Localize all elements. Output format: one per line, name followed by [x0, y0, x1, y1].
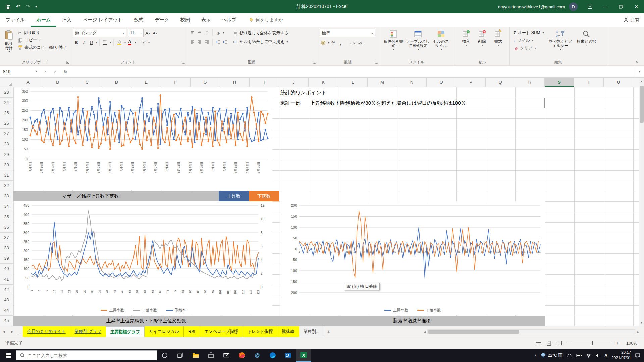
tab-formulas[interactable]: 数式: [128, 13, 149, 27]
row-header-28[interactable]: 28: [0, 139, 13, 149]
sheet-tab-main-indicators[interactable]: 主要指標グラフ: [106, 326, 145, 337]
row-header-30[interactable]: 30: [0, 160, 13, 170]
wrap-text-button[interactable]: 折り返して全体を表示する: [232, 30, 289, 36]
fill-button[interactable]: ↓フィル▾: [513, 37, 545, 44]
copy-button[interactable]: コピー▾: [17, 37, 67, 43]
redo-icon[interactable]: ↷: [26, 4, 30, 10]
row-header-45[interactable]: 45: [0, 316, 13, 326]
tab-home[interactable]: ホーム: [31, 13, 56, 27]
hscroll-right-icon[interactable]: ▸: [637, 330, 639, 334]
task-view-icon[interactable]: [172, 349, 188, 362]
fill-color-button[interactable]: [116, 39, 123, 46]
align-top-icon[interactable]: [189, 29, 196, 36]
row-header-32[interactable]: 32: [0, 181, 13, 191]
zoom-in-icon[interactable]: +: [616, 340, 619, 346]
align-middle-icon[interactable]: [196, 29, 203, 36]
column-header-s[interactable]: S: [545, 78, 574, 87]
sheet-tab-trend[interactable]: トレンド指標: [243, 326, 277, 337]
zoom-slider[interactable]: [574, 340, 611, 346]
column-header-partial[interactable]: [633, 78, 639, 87]
clear-button[interactable]: クリア▾: [513, 45, 545, 51]
taskbar-clock[interactable]: 20:17 2021/07/01: [611, 350, 631, 360]
collapse-ribbon-icon[interactable]: ∧: [636, 60, 638, 63]
column-header-l[interactable]: L: [338, 78, 368, 87]
decrease-decimal-button[interactable]: .00→: [357, 39, 366, 46]
formula-bar-expand-icon[interactable]: ▾: [635, 66, 644, 77]
chart-advance-decline-change[interactable]: -200-150-100-500501001502001591317212529…: [280, 201, 545, 315]
increase-font-size-button[interactable]: A▴: [144, 29, 151, 37]
increase-indent-icon[interactable]: [222, 38, 229, 46]
page-break-view-icon[interactable]: [556, 340, 562, 346]
currency-format-button[interactable]: ¥: [320, 39, 327, 46]
conditional-formatting-button[interactable]: 条件付き書式▾: [382, 29, 405, 52]
row-header-27[interactable]: 27: [0, 129, 13, 139]
tab-help[interactable]: ヘルプ: [216, 13, 242, 27]
cancel-icon[interactable]: ×: [40, 66, 50, 77]
firefox-icon[interactable]: [234, 349, 250, 362]
share-button[interactable]: 共有: [624, 13, 639, 27]
close-button[interactable]: ×: [629, 0, 644, 13]
name-box[interactable]: S10▾: [0, 66, 40, 77]
sheet-tab-psychological[interactable]: サイコロジカル: [145, 326, 184, 337]
row-header-34[interactable]: 34: [0, 201, 13, 212]
chart-mothers-advance-decline[interactable]: 0501001502002503003502月9日2月16日2月23日3月2日3…: [14, 88, 272, 190]
column-header-o[interactable]: O: [427, 78, 456, 87]
row-header-40[interactable]: 40: [0, 264, 13, 274]
formula-input[interactable]: [70, 66, 635, 77]
tab-data[interactable]: データ: [149, 13, 175, 27]
row-header-33[interactable]: 33: [0, 191, 13, 201]
format-painter-button[interactable]: 書式のコピー/貼り付け: [17, 44, 67, 51]
qat-customize-icon[interactable]: ▾: [35, 5, 37, 8]
ribbon-display-options-icon[interactable]: [582, 0, 598, 13]
file-explorer-icon[interactable]: [188, 349, 203, 362]
tab-insert[interactable]: 挿入: [56, 13, 77, 27]
merge-center-button[interactable]: セルを結合して中央揃え▾: [232, 39, 289, 45]
hscroll-left-icon[interactable]: ◂: [424, 330, 426, 334]
underline-button[interactable]: U: [88, 39, 95, 46]
column-header-j[interactable]: J: [279, 78, 309, 87]
align-right-icon[interactable]: [204, 38, 210, 46]
format-cells-button[interactable]: 書式▾: [490, 29, 506, 47]
column-header-h[interactable]: H: [220, 78, 250, 87]
percent-style-button[interactable]: %: [330, 39, 337, 46]
cell-J23[interactable]: 統計的ワンポイント: [280, 87, 326, 98]
sheet-tab-summary-site[interactable]: 今日のまとめサイト: [23, 326, 70, 337]
taskbar-search-input[interactable]: [28, 353, 153, 358]
row-header-44[interactable]: 44: [0, 305, 13, 316]
sheet-overflow[interactable]: ...: [16, 326, 23, 337]
microsoft-store-icon[interactable]: [203, 349, 219, 362]
undo-icon[interactable]: ↶: [16, 4, 20, 10]
italic-button[interactable]: I: [80, 39, 87, 46]
sheet-nav-right-icon[interactable]: ▸: [8, 326, 16, 337]
weather-widget[interactable]: 22°C 雨: [541, 353, 562, 358]
decrease-font-size-button[interactable]: A▾: [152, 29, 158, 37]
row-header-37[interactable]: 37: [0, 233, 13, 243]
sort-filter-button[interactable]: AZ 並べ替えとフィルター▾: [547, 29, 573, 52]
cortana-icon[interactable]: [157, 349, 172, 362]
font-size-select[interactable]: 11▾: [128, 29, 144, 37]
column-header-n[interactable]: N: [397, 78, 427, 87]
align-left-icon[interactable]: [189, 38, 196, 46]
column-header-g[interactable]: G: [191, 78, 220, 87]
cell-J24[interactable]: 東証一部: [280, 98, 301, 108]
column-header-p[interactable]: P: [456, 78, 486, 87]
taskbar-search-box[interactable]: [16, 350, 157, 360]
row-header-26[interactable]: 26: [0, 118, 13, 129]
row-header-29[interactable]: 29: [0, 149, 13, 160]
bold-button[interactable]: B: [73, 39, 80, 46]
tab-file[interactable]: ファイル: [0, 13, 31, 27]
autosum-button[interactable]: Σオート SUM▾: [513, 29, 545, 36]
insert-cells-button[interactable]: 挿入▾: [458, 29, 474, 47]
horizontal-scroll-thumb[interactable]: [428, 330, 519, 334]
sheet-cells[interactable]: 統計的ワンポイント東証一部上昇銘柄数下降銘柄数が80％を超えた場合には翌日の反転…: [13, 87, 639, 326]
scroll-up-icon[interactable]: ▴: [639, 78, 644, 84]
row-header-39[interactable]: 39: [0, 253, 13, 264]
column-header-r[interactable]: R: [515, 78, 545, 87]
page-layout-view-icon[interactable]: [546, 340, 552, 346]
people-app-icon[interactable]: @: [250, 349, 265, 362]
zoom-slider-thumb[interactable]: [592, 341, 593, 345]
row-header-42[interactable]: 42: [0, 285, 13, 295]
font-color-button[interactable]: A: [126, 39, 133, 46]
font-dialog-launcher-icon[interactable]: [182, 61, 185, 64]
clipboard-dialog-launcher-icon[interactable]: [66, 61, 69, 64]
